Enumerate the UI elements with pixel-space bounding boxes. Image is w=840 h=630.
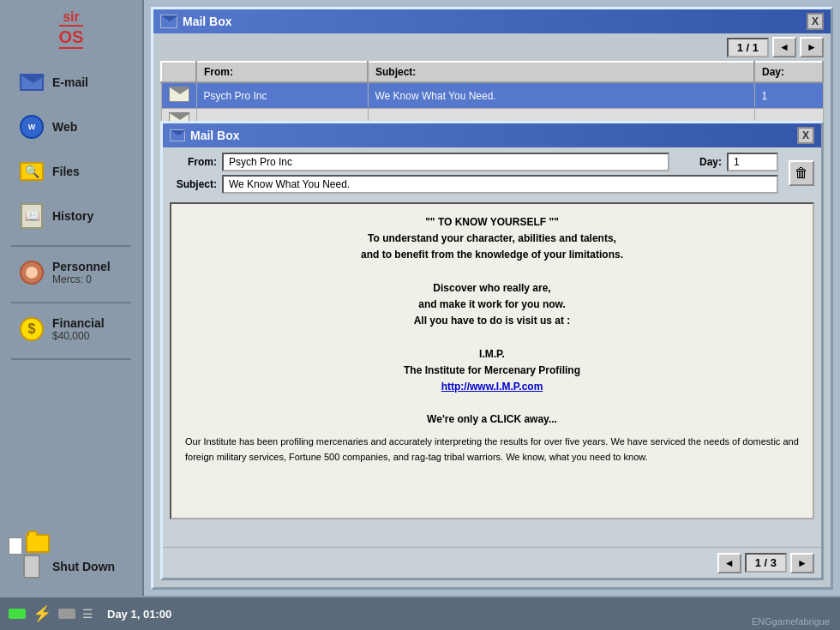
inner-nav: ◄ 1 / 3 ► — [163, 547, 821, 578]
inner-fields-container: From: Psych Pro Inc Day: 1 Subject: We K… — [170, 153, 778, 194]
files-icon: 🔍 — [18, 158, 45, 185]
inner-header-area: From: Psych Pro Inc Day: 1 Subject: We K… — [163, 147, 821, 199]
sidebar: sir OS E-mail W Web 🔍 — [0, 0, 144, 596]
from-row: From: Psych Pro Inc Day: 1 — [170, 153, 778, 171]
main-area: Mail Box X 1 / 1 ◄ ► From: Subject: Day: — [144, 0, 840, 596]
financial-icon: $ — [18, 315, 45, 343]
col-subject: Subject: — [368, 62, 754, 82]
financial-amount: $40,000 — [52, 330, 105, 342]
history-icon: 📖 — [18, 202, 45, 230]
email-list-header: From: Subject: Day: — [161, 62, 823, 82]
paper-icon — [9, 537, 22, 555]
sidebar-item-files[interactable]: 🔍 Files — [11, 151, 131, 192]
list-icon: ☰ — [82, 607, 93, 621]
email-envelope-icon — [169, 87, 189, 102]
body-line-3: and to benefit from the knowledge of you… — [185, 247, 799, 263]
personnel-icon — [18, 259, 45, 286]
inner-window-title: Mail Box — [190, 129, 240, 142]
subject-row: Subject: We Know What You Need. — [170, 175, 778, 194]
delete-button[interactable]: 🗑 — [789, 160, 814, 186]
status-gray-icon — [58, 609, 75, 619]
web-icon: W — [18, 113, 45, 141]
body-normal: Our Institute has been profiling mercena… — [185, 435, 799, 465]
financial-label: Financial — [52, 316, 105, 330]
desktop: sir OS E-mail W Web 🔍 — [0, 0, 840, 596]
inner-mail-window: Mail Box X From: Psych Pro Inc Day: — [160, 121, 824, 580]
inner-mailbox-icon — [170, 129, 185, 141]
sidebar-item-personnel[interactable]: Personnel Mercs: 0 — [11, 252, 131, 293]
table-row[interactable]: Psych Pro Inc We Know What You Need. 1 — [161, 82, 823, 109]
status-green-icon — [9, 609, 26, 619]
shutdown-icon — [18, 553, 45, 580]
inner-close-button[interactable]: X — [797, 127, 814, 144]
mercs-count: Mercs: 0 — [52, 273, 111, 285]
taskbar-status: ⚡ ☰ — [9, 604, 93, 623]
watermark: ENGgamefabrigue — [752, 616, 830, 627]
body-line-10: We're only a CLICK away... — [185, 411, 799, 428]
inner-prev-button[interactable]: ◄ — [717, 553, 741, 573]
inner-page-indicator: 1 / 3 — [745, 553, 787, 573]
history-label: History — [52, 209, 93, 223]
sir-os-logo: sir OS — [59, 9, 84, 49]
shutdown-label: Shut Down — [52, 560, 115, 573]
financial-stack: Financial $40,000 — [52, 316, 105, 342]
sidebar-item-web[interactable]: W Web — [11, 106, 131, 147]
personnel-label: Personnel — [52, 260, 111, 273]
outer-next-button[interactable]: ► — [800, 37, 824, 57]
sidebar-item-financial[interactable]: $ Financial $40,000 — [11, 309, 131, 350]
body-line-4: Discover who really are, — [185, 280, 799, 297]
body-line-7: I.M.P. — [185, 346, 799, 363]
outer-page-indicator: 1 / 1 — [727, 38, 769, 57]
body-line-2: To understand your character, abilities … — [185, 231, 799, 247]
body-line-1: "" TO KNOW YOURSELF "" — [185, 214, 799, 231]
outer-close-button[interactable]: X — [807, 13, 824, 30]
outer-title-left: Mail Box — [160, 15, 232, 28]
outer-nav-controls: 1 / 1 ◄ ► — [153, 33, 831, 61]
outer-titlebar: Mail Box X — [153, 9, 831, 33]
outer-mail-window: Mail Box X 1 / 1 ◄ ► From: Subject: Day: — [151, 7, 833, 590]
email-icon-cell — [161, 82, 196, 109]
sidebar-item-email[interactable]: E-mail — [11, 62, 131, 103]
taskbar-day-display: Day 1, 01:00 — [107, 606, 171, 621]
inner-controls: X — [797, 127, 814, 144]
email-body: "" TO KNOW YOURSELF "" To understand you… — [170, 202, 814, 519]
lightning-icon: ⚡ — [33, 604, 51, 623]
web-label: Web — [52, 120, 77, 134]
taskbar: ⚡ ☰ Day 1, 01:00 ENGgamefabrigue — [0, 596, 840, 630]
inner-next-button[interactable]: ► — [790, 553, 814, 573]
day-time-label: Day 1, 01:00 — [107, 608, 171, 621]
inner-titlebar: Mail Box X — [163, 123, 821, 147]
col-day: Day: — [754, 62, 823, 82]
sir-text: sir — [59, 9, 84, 25]
col-from: From: — [196, 62, 368, 82]
files-label: Files — [52, 165, 80, 178]
separator-3 — [11, 358, 131, 360]
email-icon — [18, 69, 45, 96]
sidebar-item-history[interactable]: 📖 History — [11, 195, 131, 237]
body-line-9: http://www.I.M.P.com — [185, 379, 799, 395]
separator-2 — [11, 302, 131, 303]
email-day-cell: 1 — [754, 82, 823, 109]
from-label: From: — [170, 156, 217, 168]
separator-1 — [11, 245, 131, 247]
desktop-folder — [9, 534, 50, 553]
col-icon — [161, 62, 196, 82]
from-value: Psych Pro Inc — [222, 153, 669, 171]
mailbox-window-icon — [160, 15, 177, 28]
inner-title-left: Mail Box — [170, 129, 240, 142]
subject-label: Subject: — [170, 178, 217, 190]
outer-prev-button[interactable]: ◄ — [772, 37, 796, 57]
email-subject-cell: We Know What You Need. — [368, 82, 754, 109]
folder-icon — [26, 534, 50, 553]
email-from-cell: Psych Pro Inc — [196, 82, 368, 109]
subject-value: We Know What You Need. — [222, 175, 778, 194]
os-text: OS — [59, 25, 84, 49]
body-line-5: and make it work for you now. — [185, 297, 799, 313]
day-value: 1 — [727, 153, 778, 171]
day-label: Day: — [675, 156, 722, 168]
email-label: E-mail — [52, 75, 88, 89]
outer-window-title: Mail Box — [183, 15, 232, 28]
personnel-stack: Personnel Mercs: 0 — [52, 260, 111, 285]
body-line-8: The Institute for Mercenary Profiling — [185, 363, 799, 379]
body-line-6: All you have to do is visit us at : — [185, 313, 799, 329]
